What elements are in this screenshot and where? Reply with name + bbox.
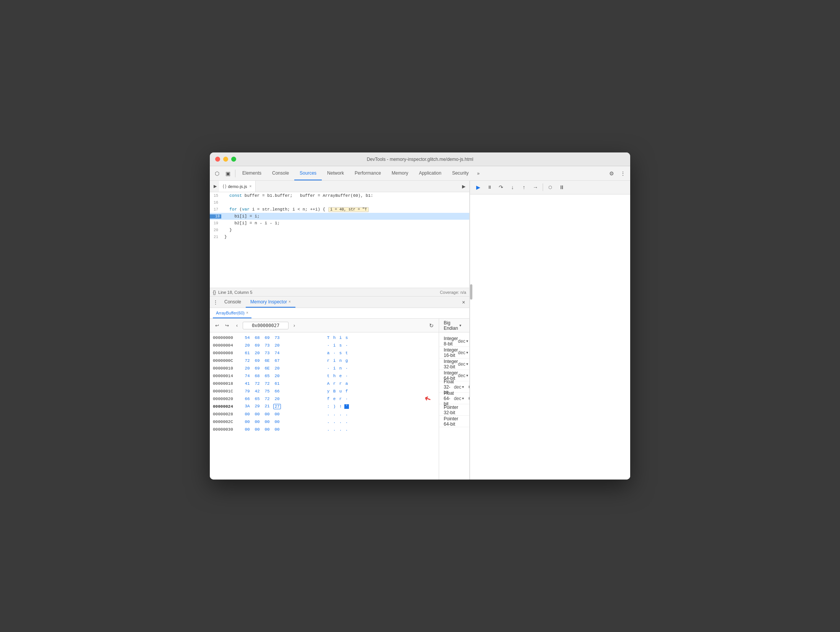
hex-row-11: 0000002C 00 00 00 00 . [210, 418, 439, 426]
code-line-18: 18 b1[i] = i; [210, 213, 469, 220]
step-over-btn[interactable]: ↷ [496, 182, 506, 192]
deactivate-breakpoints-btn[interactable]: ⬡ [545, 182, 555, 192]
tab-memory-inspector[interactable]: Memory Inspector × [246, 297, 295, 308]
dock-icon[interactable]: ▣ [223, 169, 233, 178]
tab-security[interactable]: Security [447, 166, 474, 180]
debug-toolbar: ▶ ⏸ ↷ ↓ ↑ → ⬡ ⏸ [470, 181, 630, 194]
toolbar-icons: ⬡ ▣ [212, 169, 237, 178]
memory-inspector-body: ArrayBuffer(60) × ↩ ↪ ‹ [210, 308, 469, 480]
code-scroll[interactable]: 15 const buffer = b1.buffer; buffer = Ar… [210, 192, 469, 242]
bottom-panel-close[interactable]: × [459, 298, 468, 306]
main-toolbar: ⬡ ▣ Elements Console Sources Network P [210, 166, 630, 181]
code-line-15: 15 const buffer = b1.buffer; buffer = Ar… [210, 192, 469, 199]
maximize-traffic-light[interactable] [231, 157, 236, 162]
hex-content[interactable]: 00000000 54 68 69 73 T [210, 332, 439, 480]
more-options-icon[interactable]: ⋮ [618, 169, 628, 178]
navigator-icon[interactable]: ▶ [211, 183, 219, 190]
endian-dropdown-icon: ▾ [459, 323, 461, 327]
hex-row-10: 00000028 00 00 00 00 . [210, 410, 439, 418]
tab-console-bottom[interactable]: Console [220, 297, 246, 308]
hex-address-input[interactable] [243, 322, 289, 329]
hex-viewer: ↩ ↪ ‹ › ↻ 000000 [210, 319, 439, 480]
pretty-print-icon[interactable]: {} [213, 290, 216, 295]
window-title: DevTools - memory-inspector.glitch.me/de… [367, 157, 474, 162]
source-tab-close[interactable]: × [250, 184, 252, 188]
right-panel: ▶ ⏸ ↷ ↓ ↑ → ⬡ ⏸ ▾ Local [470, 181, 630, 480]
hex-undo-btn[interactable]: ↩ [213, 321, 221, 330]
debug-divider [543, 183, 543, 191]
hex-row-3: 0000000C 72 69 6E 67 r [210, 357, 439, 365]
run-snippet-icon[interactable]: ▶ [459, 182, 468, 191]
hex-row-6: 00000018 41 72 72 61 A [210, 380, 439, 387]
titlebar: DevTools - memory-inspector.glitch.me/de… [210, 152, 630, 166]
buffer-tab-close[interactable]: × [246, 311, 248, 315]
array-buffer-tab[interactable]: ArrayBuffer(60) × [213, 308, 251, 318]
hex-row-9: 00000024 3A 29 21 27 : [210, 403, 439, 410]
cursor-icon[interactable]: ⬡ [212, 169, 222, 178]
step-btn[interactable]: → [530, 182, 540, 192]
tab-memory[interactable]: Memory [386, 166, 414, 180]
vi-row-int32: Integer 32-bit dec ▾ 654311424 [439, 358, 469, 370]
hex-toolbar: ↩ ↪ ‹ › ↻ [210, 319, 439, 332]
hex-row-7: 0000001C 79 42 75 66 y [210, 387, 439, 395]
tab-sources[interactable]: Sources [294, 166, 322, 180]
debug-content: ▾ Local ▶ b1 : … ▶ b2 [470, 194, 630, 201]
hex-row-8: 00000020 66 65 72 20 f [210, 395, 439, 403]
vi-row-int16: Integer 16-bit dec ▾ 9984 [439, 347, 469, 358]
debug-tooltip: i = 40, str = "T [328, 207, 369, 212]
pause-btn[interactable]: ⏸ [485, 182, 495, 192]
hex-next-btn[interactable]: › [290, 321, 298, 330]
vi-values: Integer 8-bit dec ▾ 39 Integer 16-bit de… [439, 332, 469, 480]
vi-row-float64: Float 64-bit dec ▾ 0.00 [439, 393, 469, 404]
code-line-19: 19 b2[i] = n - i - 1; [210, 220, 469, 227]
hex-row-12: 00000030 00 00 00 00 . [210, 426, 439, 433]
memory-inspector-tab-close[interactable]: × [289, 300, 291, 304]
tab-performance[interactable]: Performance [349, 166, 386, 180]
tabs-overflow[interactable]: » [474, 166, 483, 180]
scrollbar-track[interactable] [470, 201, 472, 480]
bottom-tabs: ⋮ Console Memory Inspector × × [210, 297, 469, 308]
traffic-lights [215, 157, 236, 162]
endian-selector[interactable]: Big Endian ▾ [444, 320, 461, 331]
main-area: ▶ { } demo-js.js × ▶ 15 const buffer = b… [210, 181, 630, 480]
code-line-17: 17 for (var i = str.length; i < n; ++i) … [210, 206, 469, 213]
settings-icon[interactable]: ⚙ [606, 169, 616, 178]
hex-refresh-btn[interactable]: ↻ [427, 321, 436, 330]
left-panel: ▶ { } demo-js.js × ▶ 15 const buffer = b… [210, 181, 470, 480]
code-line-21: 21 } [210, 233, 469, 240]
tab-elements[interactable]: Elements [237, 166, 267, 180]
step-out-btn[interactable]: ↑ [519, 182, 529, 192]
vi-format-arrow-int8[interactable]: ▾ [466, 339, 468, 343]
status-bar-left: {} Line 18, Column 5 [213, 290, 252, 295]
tab-console[interactable]: Console [267, 166, 294, 180]
vi-format-arrow-float32[interactable]: ▾ [462, 385, 464, 389]
code-line-20: 20 } [210, 227, 469, 233]
memory-inspector-content: ↩ ↪ ‹ › ↻ 000000 [210, 319, 469, 480]
close-traffic-light[interactable] [215, 157, 220, 162]
tab-network[interactable]: Network [322, 166, 349, 180]
vi-row-ptr64: Pointer 64-bit 0x270000000000000 ⊙ [439, 416, 469, 427]
hex-row-2: 00000008 61 20 73 74 a [210, 349, 439, 357]
tab-application[interactable]: Application [414, 166, 447, 180]
hex-row-4: 00000010 20 69 6E 20 · [210, 365, 439, 372]
hex-prev-btn[interactable]: ‹ [233, 321, 241, 330]
value-inspector: Big Endian ▾ ➜ ⚙ [439, 319, 469, 480]
vi-row-int8: Integer 8-bit dec ▾ 39 [439, 335, 469, 347]
pause-exceptions-btn[interactable]: ⏸ [557, 182, 567, 192]
minimize-traffic-light[interactable] [223, 157, 228, 162]
toolbar-divider [235, 170, 235, 177]
local-section-header: ▾ Local [475, 199, 626, 201]
vi-format-arrow-int16[interactable]: ▾ [466, 350, 468, 355]
vi-row-ptr32: Pointer 32-bit 0x27000000 ⊙ [439, 404, 469, 416]
source-file-tab[interactable]: { } demo-js.js × [219, 181, 256, 192]
scrollbar-thumb[interactable] [470, 284, 472, 300]
panel-menu-icon[interactable]: ⋮ [211, 298, 220, 306]
hex-redo-btn[interactable]: ↪ [223, 321, 231, 330]
code-area: 15 const buffer = b1.buffer; buffer = Ar… [210, 192, 469, 288]
step-into-btn[interactable]: ↓ [508, 182, 517, 192]
vi-format-arrow-float64[interactable]: ▾ [462, 396, 464, 400]
vi-format-arrow-int32[interactable]: ▾ [466, 362, 468, 366]
hex-row-5: 00000014 74 68 65 20 t [210, 372, 439, 380]
vi-format-arrow-int64[interactable]: ▾ [466, 373, 468, 378]
resume-btn[interactable]: ▶ [473, 182, 483, 192]
